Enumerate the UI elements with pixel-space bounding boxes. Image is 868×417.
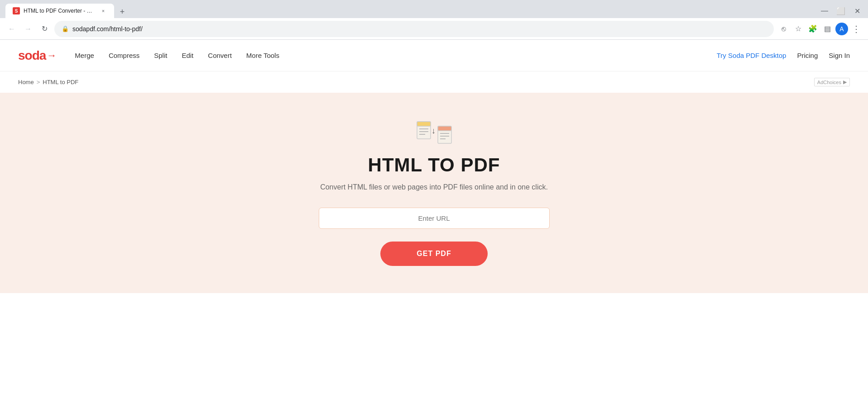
breadcrumb-current: HTML to PDF bbox=[43, 79, 78, 85]
logo-text: soda bbox=[18, 48, 46, 63]
nav-link-split[interactable]: Split bbox=[154, 52, 167, 59]
pricing-link[interactable]: Pricing bbox=[797, 52, 818, 59]
conversion-icon: ↓ bbox=[416, 120, 452, 147]
svg-rect-1 bbox=[417, 122, 431, 126]
tab-title: HTML to PDF Converter - Conve bbox=[24, 8, 96, 14]
browser-addressbar: ← → ↻ 🔒 sodapdf.com/html-to-pdf/ ⎋ ☆ 🧩 ▤… bbox=[0, 18, 868, 40]
hero-section: ↓ HTML TO PDF Convert HTML files or web … bbox=[0, 93, 868, 293]
hero-subtitle: Convert HTML files or web pages into PDF… bbox=[320, 183, 548, 191]
get-pdf-button[interactable]: GET PDF bbox=[380, 242, 487, 266]
extensions-icon[interactable]: 🧩 bbox=[806, 23, 819, 35]
site-logo[interactable]: soda → bbox=[18, 48, 57, 63]
toolbar-icons: ⎋ ☆ 🧩 ▤ A ⋮ bbox=[777, 23, 863, 35]
new-tab-button[interactable]: + bbox=[116, 5, 129, 18]
browser-menu-button[interactable]: ⋮ bbox=[850, 23, 863, 35]
tab-favicon: S bbox=[13, 7, 20, 14]
url-input-wrapper bbox=[319, 208, 550, 229]
svg-text:↓: ↓ bbox=[432, 126, 436, 135]
svg-rect-7 bbox=[438, 126, 451, 131]
back-button[interactable]: ← bbox=[5, 23, 18, 35]
browser-titlebar: S HTML to PDF Converter - Conve × + — ⬜ … bbox=[0, 0, 868, 18]
maximize-button[interactable]: ⬜ bbox=[835, 5, 846, 16]
forward-button[interactable]: → bbox=[22, 23, 34, 35]
browser-tabs: S HTML to PDF Converter - Conve × + bbox=[5, 4, 819, 18]
breadcrumb-separator: > bbox=[37, 79, 40, 85]
sign-in-link[interactable]: Sign In bbox=[829, 52, 850, 59]
hero-icon: ↓ bbox=[416, 120, 452, 147]
browser-chrome: S HTML to PDF Converter - Conve × + — ⬜ … bbox=[0, 0, 868, 40]
bookmark-icon[interactable]: ☆ bbox=[792, 23, 805, 35]
minimize-button[interactable]: — bbox=[819, 5, 830, 16]
address-bar[interactable]: 🔒 sodapdf.com/html-to-pdf/ bbox=[54, 21, 774, 37]
hero-title: HTML TO PDF bbox=[368, 154, 500, 176]
breadcrumb: Home > HTML to PDF AdChoices ▶ bbox=[0, 71, 868, 93]
lock-icon: 🔒 bbox=[62, 25, 69, 32]
address-url: sodapdf.com/html-to-pdf/ bbox=[72, 25, 767, 33]
logo-arrow: → bbox=[47, 50, 57, 62]
refresh-button[interactable]: ↻ bbox=[38, 23, 51, 35]
nav-link-compress[interactable]: Compress bbox=[109, 52, 139, 59]
window-controls: — ⬜ ✕ bbox=[819, 5, 863, 16]
nav-link-convert[interactable]: Convert bbox=[208, 52, 232, 59]
url-input[interactable] bbox=[319, 208, 550, 229]
nav-right: Try Soda PDF Desktop Pricing Sign In bbox=[717, 52, 850, 59]
profile-button[interactable]: A bbox=[835, 23, 848, 35]
website-content: soda → Merge Compress Split Edit Convert… bbox=[0, 40, 868, 293]
site-nav: soda → Merge Compress Split Edit Convert… bbox=[0, 40, 868, 71]
sidebar-icon[interactable]: ▤ bbox=[821, 23, 834, 35]
nav-link-more-tools[interactable]: More Tools bbox=[246, 52, 279, 59]
adchoices-badge[interactable]: AdChoices ▶ bbox=[814, 78, 850, 86]
browser-tab-active[interactable]: S HTML to PDF Converter - Conve × bbox=[5, 4, 114, 18]
nav-link-merge[interactable]: Merge bbox=[75, 52, 94, 59]
share-icon[interactable]: ⎋ bbox=[777, 23, 790, 35]
adchoices-label: AdChoices bbox=[817, 80, 841, 85]
adchoices-icon: ▶ bbox=[843, 79, 847, 85]
nav-link-edit[interactable]: Edit bbox=[182, 52, 193, 59]
close-window-button[interactable]: ✕ bbox=[852, 5, 863, 16]
nav-links: Merge Compress Split Edit Convert More T… bbox=[75, 52, 716, 59]
breadcrumb-home[interactable]: Home bbox=[18, 79, 34, 85]
try-desktop-link[interactable]: Try Soda PDF Desktop bbox=[717, 52, 786, 59]
tab-close-button[interactable]: × bbox=[100, 7, 107, 14]
